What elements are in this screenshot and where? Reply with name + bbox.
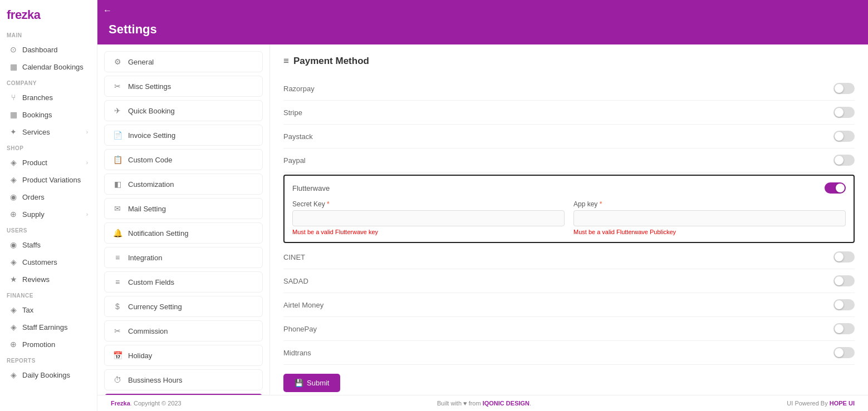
app-logo: frezka — [0, 0, 97, 28]
sidebar-item-daily-bookings[interactable]: ◈ Daily Bookings — [2, 367, 95, 383]
payment-toggle[interactable] — [833, 347, 855, 358]
settings-menu-item-misc-settings[interactable]: ✂ Misc Settings — [104, 76, 263, 97]
footer-middle: Built with ♥ from IQONIC DESIGN. — [437, 400, 531, 407]
flutterwave-label: Flutterwave — [292, 184, 330, 192]
main-area: ← Settings ⚙ General ✂ Misc Settings ✈ Q… — [97, 0, 868, 411]
payment-toggle[interactable] — [833, 251, 855, 263]
sidebar-item-bookings[interactable]: ▦ Bookings — [2, 106, 95, 123]
sidebar-item-tax[interactable]: ◈ Tax — [2, 301, 95, 318]
sidebar-item-supply[interactable]: ⊕ Supply › — [2, 206, 95, 222]
sidebar-label: Promotion — [22, 340, 55, 349]
app-key-input[interactable] — [573, 210, 846, 226]
tax-icon: ◈ — [9, 305, 18, 314]
menu-icon: ✂ — [112, 326, 122, 335]
settings-menu: ⚙ General ✂ Misc Settings ✈ Quick Bookin… — [97, 44, 270, 395]
daily-bookings-icon: ◈ — [9, 370, 18, 379]
sidebar-label: Product — [22, 159, 47, 167]
required-indicator: * — [327, 200, 330, 208]
menu-icon: ✉ — [112, 204, 122, 213]
content-area: ⚙ General ✂ Misc Settings ✈ Quick Bookin… — [97, 44, 868, 395]
menu-icon: ⏱ — [112, 375, 122, 384]
sidebar-item-product-variations[interactable]: ◈ Product Variations — [2, 171, 95, 188]
menu-item-label: Misc Settings — [128, 82, 171, 91]
settings-menu-item-general[interactable]: ⚙ General — [104, 51, 263, 72]
sidebar-item-customers[interactable]: ◈ Customers — [2, 254, 95, 270]
services-icon: ✦ — [9, 127, 18, 136]
chevron-right-icon: › — [86, 160, 88, 166]
sidebar-item-staffs[interactable]: ◉ Staffs — [2, 236, 95, 253]
section-label-company: COMPANY — [0, 76, 97, 88]
settings-menu-item-notification-setting[interactable]: 🔔 Notification Setting — [104, 222, 263, 244]
payment-toggle[interactable] — [833, 83, 855, 94]
settings-menu-item-invoice-setting[interactable]: 📄 Invoice Setting — [104, 125, 263, 146]
sidebar-item-branches[interactable]: ⑂ Branches — [2, 89, 95, 106]
section-label-users: USERS — [0, 223, 97, 236]
frezka-link[interactable]: Frezka — [111, 400, 130, 407]
menu-icon: ✂ — [112, 82, 122, 91]
secret-key-input[interactable] — [292, 210, 565, 226]
settings-menu-item-mail-setting[interactable]: ✉ Mail Setting — [104, 198, 263, 219]
menu-item-label: Custom Fields — [128, 278, 174, 286]
payment-icon: ≡ — [283, 56, 289, 67]
settings-menu-item-custom-code[interactable]: 📋 Custom Code — [104, 149, 263, 170]
sidebar-item-orders[interactable]: ◉ Orders — [2, 189, 95, 205]
settings-menu-item-integration[interactable]: ≡ Integration — [104, 247, 263, 268]
back-button[interactable]: ← — [103, 6, 112, 16]
payment-row-cinet: CINET — [283, 245, 855, 269]
promotion-icon: ⊕ — [9, 340, 18, 349]
staffs-icon: ◉ — [9, 240, 18, 249]
sidebar-item-staff-earnings[interactable]: ◈ Staff Earnings — [2, 319, 95, 335]
settings-menu-item-commission[interactable]: ✂ Commission — [104, 320, 263, 341]
section-label-reports: REPORTS — [0, 353, 97, 366]
secret-key-label: Secret Key * — [292, 200, 565, 208]
payment-toggle[interactable] — [833, 155, 855, 166]
menu-icon: ≡ — [112, 253, 122, 262]
sidebar-item-promotion[interactable]: ⊕ Promotion — [2, 336, 95, 353]
payment-toggle[interactable] — [833, 323, 855, 334]
menu-item-label: Quick Booking — [128, 107, 175, 115]
flutterwave-fields: Secret Key * Must be a valid Flutterwave… — [292, 200, 846, 235]
menu-item-label: Commission — [128, 327, 168, 335]
settings-menu-item-quick-booking[interactable]: ✈ Quick Booking — [104, 100, 263, 121]
payment-panel: ≡ Payment Method Razorpay Stripe Paystac… — [270, 44, 868, 395]
settings-menu-item-customization[interactable]: ◧ Customization — [104, 174, 263, 195]
settings-menu-item-currency-setting[interactable]: $ Currency Setting — [104, 296, 263, 317]
payment-toggle[interactable] — [833, 107, 855, 118]
payment-label: Stripe — [283, 108, 302, 117]
settings-menu-item-bussiness-hours[interactable]: ⏱ Bussiness Hours — [104, 369, 263, 390]
payment-methods-list: Razorpay Stripe Paystack Paypal Flutterw… — [283, 77, 855, 365]
section-label-main: MAIN — [0, 28, 97, 41]
submit-button[interactable]: 💾 Submit — [283, 374, 340, 392]
staff-earnings-icon: ◈ — [9, 323, 18, 331]
menu-item-label: Holiday — [128, 351, 152, 360]
sidebar-item-reviews[interactable]: ★ Reviews — [2, 271, 95, 288]
section-label-finance: FINANCE — [0, 288, 97, 301]
flutterwave-header: Flutterwave — [292, 182, 846, 194]
chevron-right-icon: › — [86, 211, 88, 217]
payment-row-sadad: SADAD — [283, 269, 855, 293]
hope-ui-link[interactable]: HOPE UI — [830, 400, 855, 407]
payment-toggle[interactable] — [833, 299, 855, 310]
app-key-group: App key * Must be a valid Flutterwave Pu… — [573, 200, 846, 235]
menu-icon: 📋 — [112, 155, 122, 164]
iqonic-link[interactable]: IQONIC DESIGN — [483, 400, 529, 407]
payment-row-phonepay: PhonePay — [283, 317, 855, 341]
sidebar-label: Supply — [22, 210, 45, 219]
settings-menu-item-custom-fields[interactable]: ≡ Custom Fields — [104, 271, 263, 293]
payment-label: Airtel Money — [283, 301, 323, 309]
sidebar-item-services[interactable]: ✦ Services › — [2, 123, 95, 140]
flutterwave-toggle[interactable] — [825, 182, 846, 194]
settings-menu-item-holiday[interactable]: 📅 Holiday — [104, 345, 263, 366]
secret-key-group: Secret Key * Must be a valid Flutterwave… — [292, 200, 565, 235]
sidebar-item-calendar-bookings[interactable]: ▦ Calendar Bookings — [2, 58, 95, 75]
sidebar-label: Daily Bookings — [22, 371, 70, 379]
menu-item-label: Invoice Setting — [128, 131, 175, 140]
calendar-icon: ▦ — [9, 62, 18, 71]
app-key-error: Must be a valid Flutterwave Publickey — [573, 229, 846, 235]
payment-toggle[interactable] — [833, 275, 855, 286]
secret-key-error: Must be a valid Flutterwave key — [292, 229, 565, 235]
menu-icon: ✈ — [112, 106, 122, 115]
sidebar-item-dashboard[interactable]: ⊙ Dashboard — [2, 41, 95, 58]
payment-toggle[interactable] — [833, 131, 855, 142]
sidebar-item-product[interactable]: ◈ Product › — [2, 154, 95, 171]
